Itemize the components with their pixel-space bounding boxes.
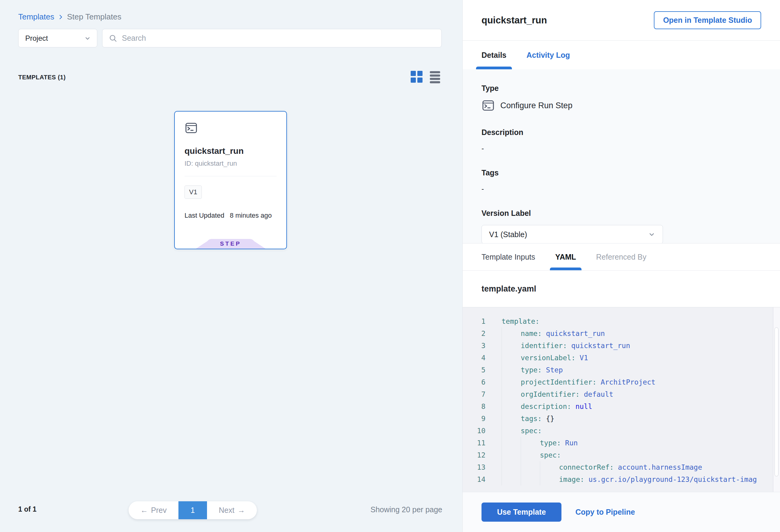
code-line: 12spec:	[462, 449, 780, 461]
code-line: 14image: us.gcr.io/playground-123/quicks…	[462, 473, 780, 485]
line-number: 11	[462, 437, 485, 449]
line-number: 5	[462, 364, 485, 376]
template-title: quickstart_run	[482, 15, 654, 26]
tab-yaml[interactable]: YAML	[555, 243, 576, 270]
copy-to-pipeline-link[interactable]: Copy to Pipeline	[575, 508, 635, 517]
code-line: 13connectorRef: account.harnessImage	[462, 461, 780, 473]
last-updated-label: Last Updated	[185, 211, 224, 220]
code-line: 4versionLabel: V1	[462, 352, 780, 364]
details-tabs: Details Activity Log	[462, 41, 780, 69]
active-tab-underline	[476, 66, 512, 69]
tab-template-inputs[interactable]: Template Inputs	[482, 243, 535, 270]
step-ribbon: STEP	[196, 239, 265, 249]
code-line: 9tags: {}	[462, 413, 780, 425]
list-icon	[430, 71, 440, 73]
pagination: ← Prev 1 Next →	[129, 501, 257, 519]
line-number: 3	[462, 340, 485, 352]
breadcrumb-templates-link[interactable]: Templates	[18, 12, 54, 21]
breadcrumb: Templates Step Templates	[18, 12, 121, 21]
last-updated-value: 8 minutes ago	[230, 211, 272, 220]
line-number: 13	[462, 461, 485, 473]
line-number: 4	[462, 352, 485, 364]
template-card-title: quickstart_run	[185, 146, 277, 156]
type-label: Type	[482, 84, 761, 93]
tags-label: Tags	[482, 168, 761, 177]
list-view-button[interactable]	[430, 71, 440, 83]
yaml-section-tabs: Template Inputs YAML Referenced By	[462, 243, 780, 271]
yaml-code-viewer[interactable]: 1template:2name: quickstart_run3identifi…	[462, 307, 780, 492]
line-number: 2	[462, 327, 485, 340]
version-select[interactable]: V1 (Stable)	[482, 225, 663, 244]
description-value: -	[482, 144, 761, 153]
next-page-button[interactable]: Next →	[207, 501, 257, 519]
line-number: 7	[462, 388, 485, 400]
card-divider	[185, 176, 277, 176]
line-number: 10	[462, 425, 485, 437]
scope-select[interactable]: Project	[18, 29, 97, 47]
code-line: 10spec:	[462, 425, 780, 437]
search-input[interactable]	[122, 34, 435, 43]
code-line: 1template:	[462, 315, 780, 327]
description-label: Description	[482, 128, 761, 137]
search-box	[102, 29, 442, 47]
version-select-value: V1 (Stable)	[489, 230, 647, 239]
code-line: 8description: null	[462, 400, 780, 413]
breadcrumb-chevron-icon	[58, 14, 63, 20]
prev-page-button[interactable]: ← Prev	[129, 501, 179, 519]
templates-count-label: TEMPLATES (1)	[18, 74, 66, 81]
page-summary: 1 of 1	[18, 505, 37, 514]
templates-list-panel: Templates Step Templates Project TEMPLAT…	[0, 0, 462, 532]
tab-activity-log[interactable]: Activity Log	[527, 41, 570, 69]
version-label: Version Label	[482, 209, 761, 217]
per-page-label: Showing 20 per page	[371, 505, 442, 514]
line-number: 14	[462, 473, 485, 485]
line-number: 12	[462, 449, 485, 461]
active-tab-underline	[550, 268, 582, 270]
grid-view-button[interactable]	[411, 71, 423, 83]
code-scrollbar[interactable]	[773, 307, 780, 492]
type-value: Configure Run Step	[500, 101, 572, 110]
version-badge: V1	[185, 185, 202, 199]
yaml-code-lines: 1template:2name: quickstart_run3identifi…	[462, 315, 780, 485]
use-template-button[interactable]: Use Template	[482, 502, 562, 522]
tab-referenced-by[interactable]: Referenced By	[596, 243, 646, 270]
yaml-file-bar: template.yaml	[462, 271, 780, 307]
search-icon	[108, 34, 118, 43]
tags-value: -	[482, 185, 761, 193]
breadcrumb-current: Step Templates	[67, 12, 121, 21]
code-line: 5type: Step	[462, 364, 780, 376]
type-value-row: Configure Run Step	[482, 99, 761, 112]
tab-details[interactable]: Details	[482, 41, 506, 69]
chevron-down-icon	[84, 34, 92, 42]
terminal-icon	[185, 121, 277, 135]
line-number: 8	[462, 400, 485, 413]
details-body: Type Configure Run Step Description - Ta…	[462, 69, 780, 243]
chevron-down-icon	[647, 230, 656, 239]
page-1-button[interactable]: 1	[179, 501, 207, 519]
last-updated-row: Last Updated 8 minutes ago	[185, 211, 277, 220]
line-number: 6	[462, 376, 485, 388]
code-line: 11type: Run	[462, 437, 780, 449]
code-line: 7orgIdentifier: default	[462, 388, 780, 400]
arrow-left-icon: ←	[140, 506, 148, 515]
line-number: 9	[462, 413, 485, 425]
arrow-right-icon: →	[237, 506, 245, 515]
grid-icon	[411, 71, 416, 76]
templates-page: Templates Step Templates Project TEMPLAT…	[0, 0, 780, 532]
code-line: 6projectIdentifier: ArchitProject	[462, 376, 780, 388]
template-details-panel: quickstart_run Open in Template Studio D…	[462, 0, 780, 532]
terminal-icon	[482, 99, 495, 112]
open-in-template-studio-button[interactable]: Open in Template Studio	[654, 11, 761, 29]
code-line: 2name: quickstart_run	[462, 327, 780, 340]
yaml-file-name: template.yaml	[482, 284, 536, 294]
details-footer: Use Template Copy to Pipeline	[462, 492, 780, 532]
line-number: 1	[462, 315, 485, 327]
template-card[interactable]: quickstart_run ID: quickstart_run V1 Las…	[174, 111, 287, 249]
code-line: 3identifier: quickstart_run	[462, 340, 780, 352]
template-card-id: ID: quickstart_run	[185, 160, 277, 167]
scrollbar-thumb[interactable]	[775, 327, 778, 476]
step-ribbon-label: STEP	[196, 239, 265, 249]
scope-select-value: Project	[25, 34, 84, 43]
details-header: quickstart_run Open in Template Studio	[462, 0, 780, 41]
